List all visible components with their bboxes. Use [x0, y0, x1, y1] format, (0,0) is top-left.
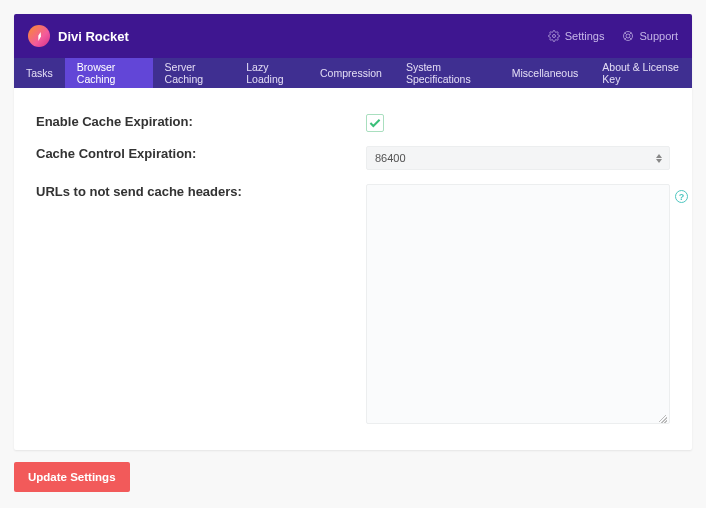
tab-compression[interactable]: Compression	[308, 58, 394, 88]
row-cache-control-expiration: Cache Control Expiration:	[36, 146, 670, 170]
tab-server-caching[interactable]: Server Caching	[153, 58, 235, 88]
tab-bar: Tasks Browser Caching Server Caching Laz…	[14, 58, 692, 88]
chevron-down-icon	[656, 159, 662, 163]
header-bar: Divi Rocket Settings Support	[14, 14, 692, 58]
urls-exclude-textarea[interactable]	[366, 184, 670, 424]
tab-browser-caching[interactable]: Browser Caching	[65, 58, 153, 88]
tab-lazy-loading[interactable]: Lazy Loading	[234, 58, 308, 88]
support-link[interactable]: Support	[622, 30, 678, 42]
footer: Update Settings	[14, 450, 692, 492]
tab-about-license[interactable]: About & License Key	[590, 58, 692, 88]
lifebuoy-icon	[622, 30, 634, 42]
tab-system-specifications[interactable]: System Specifications	[394, 58, 500, 88]
tab-miscellaneous[interactable]: Miscellaneous	[500, 58, 591, 88]
svg-point-0	[552, 35, 555, 38]
help-icon[interactable]: ?	[675, 190, 688, 203]
header-right: Settings Support	[548, 30, 678, 42]
header-left: Divi Rocket	[28, 25, 129, 47]
support-link-label: Support	[639, 30, 678, 42]
settings-link[interactable]: Settings	[548, 30, 605, 42]
number-stepper[interactable]	[656, 151, 666, 165]
chevron-up-icon	[656, 154, 662, 158]
row-enable-cache-expiration: Enable Cache Expiration:	[36, 114, 670, 132]
gear-icon	[548, 30, 560, 42]
tab-tasks[interactable]: Tasks	[14, 58, 65, 88]
logo-icon	[28, 25, 50, 47]
svg-line-3	[625, 33, 627, 35]
enable-cache-expiration-checkbox[interactable]	[366, 114, 384, 132]
cache-control-expiration-input[interactable]	[366, 146, 670, 170]
svg-line-6	[630, 38, 632, 40]
update-settings-button[interactable]: Update Settings	[14, 462, 130, 492]
svg-line-4	[630, 33, 632, 35]
settings-form: Enable Cache Expiration: Cache Control E…	[14, 88, 692, 450]
svg-line-5	[625, 38, 627, 40]
svg-point-2	[626, 34, 630, 38]
enable-cache-expiration-label: Enable Cache Expiration:	[36, 114, 366, 129]
urls-exclude-label: URLs to not send cache headers:	[36, 184, 366, 199]
check-icon	[369, 118, 381, 128]
cache-control-expiration-label: Cache Control Expiration:	[36, 146, 366, 161]
settings-link-label: Settings	[565, 30, 605, 42]
app-title: Divi Rocket	[58, 29, 129, 44]
row-urls-exclude: URLs to not send cache headers: ?	[36, 184, 670, 428]
